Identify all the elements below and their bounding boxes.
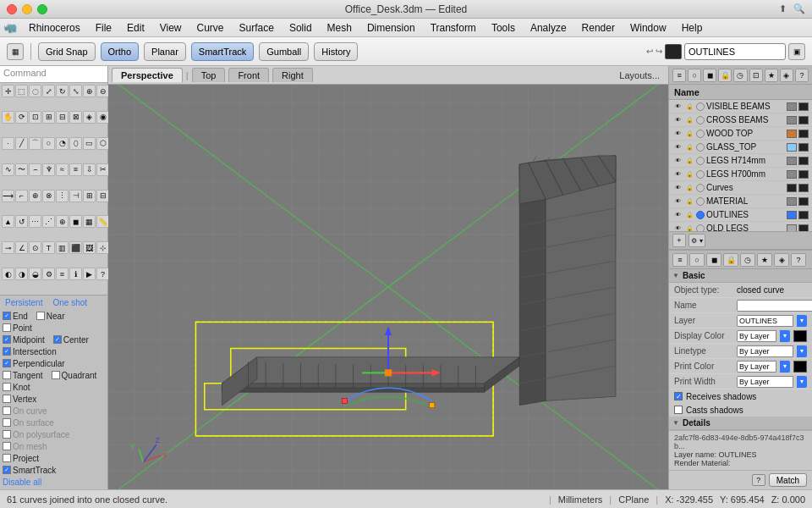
menu-window[interactable]: Window bbox=[623, 20, 673, 36]
props-tb-8[interactable]: ? bbox=[791, 253, 806, 267]
menu-dimension[interactable]: Dimension bbox=[360, 20, 422, 36]
tool-text[interactable]: T bbox=[42, 241, 55, 254]
tool-fillet[interactable]: ⌐ bbox=[15, 190, 28, 202]
match-button[interactable]: Match bbox=[769, 473, 807, 487]
layer-lock-icon[interactable]: 🔒 bbox=[684, 157, 694, 165]
layer-row[interactable]: 👁🔒CROSS BEAMS bbox=[669, 113, 812, 127]
tool-pan[interactable]: ✋ bbox=[2, 111, 14, 124]
tool-ellipse[interactable]: ⬯ bbox=[69, 137, 82, 150]
tool-solid-tools[interactable]: ◼ bbox=[69, 215, 82, 228]
layer-lock-icon[interactable]: 🔒 bbox=[684, 197, 694, 206]
osnap-onsurface-cb[interactable] bbox=[3, 418, 11, 427]
layer-row[interactable]: 👁🔒LEGS H714mm bbox=[669, 154, 812, 168]
layer-material-swatch[interactable] bbox=[798, 116, 809, 124]
layer-color-swatch[interactable] bbox=[787, 197, 797, 206]
layer-row[interactable]: 👁🔒WOOD TOP bbox=[669, 127, 812, 141]
osnap-midpoint-cb[interactable]: ✓ bbox=[3, 335, 11, 344]
props-tb-4[interactable]: 🔒 bbox=[723, 253, 738, 267]
layer-eye-icon[interactable]: 👁 bbox=[672, 130, 683, 138]
tool-4view[interactable]: ⊠ bbox=[69, 111, 82, 124]
layer-color-swatch[interactable] bbox=[787, 143, 797, 152]
tool-analysis[interactable]: ⊹ bbox=[96, 241, 109, 254]
menu-file[interactable]: File bbox=[89, 20, 118, 36]
tool-array[interactable]: ⊞ bbox=[83, 190, 96, 202]
tool-circle[interactable]: ○ bbox=[42, 137, 55, 150]
menu-help[interactable]: Help bbox=[675, 20, 710, 36]
menu-surface[interactable]: Surface bbox=[233, 20, 281, 36]
layer-eye-icon[interactable]: 👁 bbox=[672, 170, 683, 179]
tool-sweep[interactable]: ⋰ bbox=[42, 215, 55, 228]
layer-dropdown-btn[interactable]: ▾ bbox=[797, 315, 807, 327]
tool-polyline[interactable]: ⌒ bbox=[29, 137, 41, 150]
share-icon[interactable]: ⬆ bbox=[779, 3, 787, 14]
display-color-dropdown-btn[interactable]: ▾ bbox=[780, 330, 790, 342]
layers-tb-5[interactable]: ◷ bbox=[733, 69, 747, 82]
tool-lasso[interactable]: ◌ bbox=[29, 85, 41, 97]
planar-button[interactable]: Planar bbox=[144, 42, 186, 61]
tool-extents[interactable]: ⊞ bbox=[42, 111, 55, 124]
display-color-swatch[interactable] bbox=[793, 330, 807, 342]
layer-material-swatch[interactable] bbox=[798, 211, 809, 219]
layer-color-swatch[interactable] bbox=[787, 102, 797, 111]
one-shot-label[interactable]: One shot bbox=[50, 297, 90, 308]
osnap-onpolysurface-cb[interactable] bbox=[3, 430, 11, 439]
layers-tb-7[interactable]: ★ bbox=[765, 69, 778, 82]
layers-tb-3[interactable]: ◼ bbox=[703, 69, 716, 82]
props-tb-3[interactable]: ◼ bbox=[706, 253, 721, 267]
tool-join[interactable]: ⊕ bbox=[29, 190, 41, 202]
tool-blend[interactable]: ≈ bbox=[56, 163, 69, 176]
tool-render2[interactable]: ◑ bbox=[15, 268, 28, 280]
tool-properties[interactable]: ℹ bbox=[69, 268, 82, 280]
tool-hatch[interactable]: ▥ bbox=[56, 241, 69, 254]
layer-active-dot[interactable] bbox=[696, 157, 705, 165]
tool-zoom-window[interactable]: ⊡ bbox=[29, 111, 41, 124]
tool-polygon[interactable]: ⬡ bbox=[96, 137, 109, 150]
receives-shadows-cb[interactable]: ✓ bbox=[674, 392, 683, 400]
name-input[interactable] bbox=[737, 300, 812, 312]
props-tb-6[interactable]: ★ bbox=[757, 253, 772, 267]
layer-material-swatch[interactable] bbox=[798, 143, 809, 152]
tool-mirror[interactable]: ⊣ bbox=[69, 190, 82, 202]
tool-helix[interactable]: ♆ bbox=[42, 163, 55, 176]
layers-tb-4[interactable]: 🔒 bbox=[718, 69, 732, 82]
tool-orbit[interactable]: ⟳ bbox=[15, 111, 28, 124]
tool-line[interactable]: ╱ bbox=[15, 137, 28, 150]
layer-eye-icon[interactable]: 👁 bbox=[672, 184, 683, 192]
layer-material-swatch[interactable] bbox=[798, 157, 809, 165]
tab-front[interactable]: Front bbox=[228, 68, 269, 82]
tab-perspective[interactable]: Perspective bbox=[112, 68, 183, 82]
tool-boolean[interactable]: ⊕ bbox=[56, 215, 69, 228]
osnap-oncurve-cb[interactable] bbox=[3, 406, 11, 415]
tool-freeform[interactable]: 〜 bbox=[15, 163, 28, 176]
menu-transform[interactable]: Transform bbox=[424, 20, 483, 36]
tool-zoom-out[interactable]: ⊖ bbox=[96, 85, 109, 97]
smarttrack-button[interactable]: SmartTrack bbox=[191, 42, 254, 61]
layers-tb-6[interactable]: ⊡ bbox=[749, 69, 763, 82]
layer-material-swatch[interactable] bbox=[798, 102, 809, 111]
layer-material-swatch[interactable] bbox=[798, 130, 809, 138]
menu-edit[interactable]: Edit bbox=[120, 20, 151, 36]
osnap-near-cb[interactable] bbox=[36, 312, 45, 320]
tool-extrude[interactable]: ▲ bbox=[2, 215, 14, 228]
layer-color-swatch[interactable] bbox=[787, 157, 797, 165]
tool-loft[interactable]: ⋯ bbox=[29, 215, 41, 228]
layer-lock-icon[interactable]: 🔒 bbox=[684, 116, 694, 124]
osnap-onmesh-cb[interactable] bbox=[3, 442, 11, 450]
tool-help[interactable]: ? bbox=[96, 268, 109, 280]
question-mark-btn[interactable]: ? bbox=[752, 474, 765, 486]
tab-right[interactable]: Right bbox=[272, 68, 313, 82]
casts-shadows-cb[interactable] bbox=[674, 406, 683, 414]
layer-color-swatch[interactable] bbox=[787, 184, 797, 192]
tool-layers[interactable]: ≡ bbox=[56, 268, 69, 280]
layer-eye-icon[interactable]: 👁 bbox=[672, 197, 683, 206]
osnap-quad-cb[interactable] bbox=[52, 371, 60, 379]
osnap-center-cb[interactable]: ✓ bbox=[53, 335, 62, 344]
tool-revolve[interactable]: ↺ bbox=[15, 215, 28, 228]
menu-mesh[interactable]: Mesh bbox=[321, 20, 359, 36]
layer-eye-icon[interactable]: 👁 bbox=[672, 224, 683, 232]
ortho-button[interactable]: Ortho bbox=[101, 42, 140, 61]
tool-script[interactable]: ▶ bbox=[83, 268, 96, 280]
layer-active-dot[interactable] bbox=[696, 170, 705, 179]
osnap-end-cb[interactable]: ✓ bbox=[3, 312, 11, 320]
tool-rotate[interactable]: ↻ bbox=[56, 85, 69, 97]
